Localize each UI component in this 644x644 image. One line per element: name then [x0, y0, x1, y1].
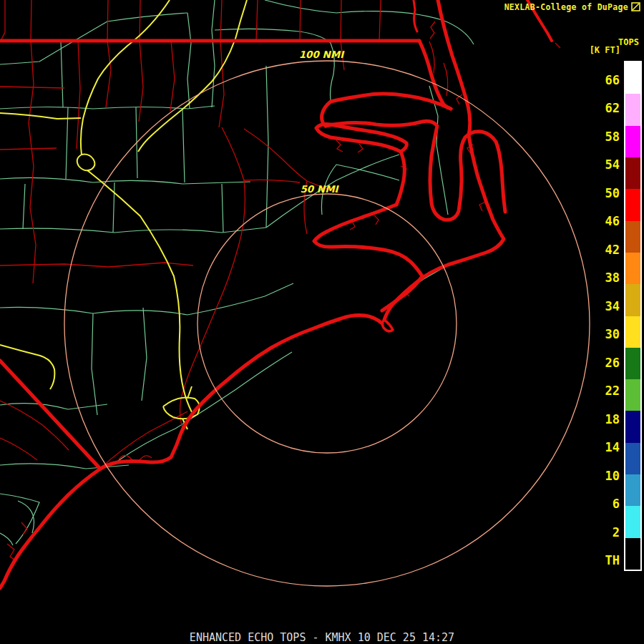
legend-tick-label: 62	[572, 102, 620, 114]
legend-segment	[625, 94, 640, 125]
minor-roads-layer	[0, 0, 560, 561]
inner-ring-label: 50 NMI	[300, 183, 339, 195]
legend-title: TOPS	[618, 37, 639, 47]
legend-tick-label: 34	[572, 300, 620, 313]
legend-tick-label: 42	[572, 243, 620, 256]
county-lines-layer	[0, 0, 474, 545]
legend-segment	[625, 506, 640, 537]
legend-tick-label: 26	[572, 356, 620, 369]
legend-tick-label: 14	[572, 441, 620, 454]
legend-segment	[625, 538, 640, 570]
legend-tick-label: 66	[572, 74, 620, 87]
legend-tick-label: 30	[572, 328, 620, 341]
legend-segment	[625, 62, 640, 94]
product-caption: ENHANCED ECHO TOPS - KMHX 10 DEC 25 14:2…	[0, 631, 644, 644]
legend-segment	[625, 221, 640, 253]
legend-segment	[625, 189, 640, 220]
highways-layer	[0, 0, 247, 429]
legend-segment	[625, 126, 640, 157]
legend-tick-label: 22	[572, 384, 620, 397]
coastline-layer	[0, 0, 552, 588]
legend-segment	[625, 157, 640, 189]
legend-segment	[625, 253, 640, 284]
crossed-box-icon	[631, 2, 640, 11]
legend-segment	[625, 474, 640, 506]
radar-map: 100 NMI 50 NMI	[0, 0, 644, 644]
legend-tick-label: 58	[572, 130, 620, 143]
legend-segment	[625, 284, 640, 316]
legend-tick-label: 10	[572, 469, 620, 482]
legend-tick-label: 2	[572, 526, 620, 539]
legend-tick-label: 18	[572, 413, 620, 426]
legend-colorbar	[624, 61, 642, 571]
legend-tick-label: 46	[572, 215, 620, 228]
legend-tick-label: 6	[572, 497, 620, 510]
legend-tick-label: 54	[572, 158, 620, 171]
legend-segment	[625, 411, 640, 442]
legend-tick-label: TH	[572, 554, 620, 567]
legend-units: [K FT]	[590, 45, 620, 55]
legend-segment	[625, 316, 640, 348]
radar-screen: 100 NMI 50 NMI NEXLAB-College of DuPage …	[0, 0, 644, 644]
legend-segment	[625, 348, 640, 379]
legend-segment	[625, 443, 640, 474]
brand-text: NEXLAB-College of DuPage	[504, 2, 628, 12]
outer-ring-label: 100 NMI	[299, 49, 346, 60]
legend-tick-label: 38	[572, 271, 620, 284]
legend-segment	[625, 379, 640, 411]
legend-tick-label: 50	[572, 187, 620, 200]
